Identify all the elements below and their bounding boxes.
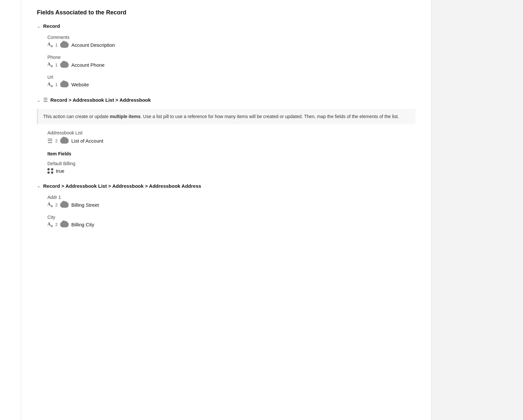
field-value-row-phone: Aa 1 Account Phone — [47, 62, 415, 68]
field-value-text: Website — [71, 82, 89, 87]
type-icon-text: Aa — [47, 82, 53, 88]
field-value-row-comments: Aa 1 Account Description — [47, 42, 415, 48]
group-addressbook-address-label: Record > Addressbook List > Addressbook … — [43, 183, 201, 189]
field-addr1: Addr 1 Aa 2 Billing Street — [47, 195, 415, 208]
group-addressbook-header[interactable]: ⌄ ☰ Record > Addressbook List > Addressb… — [37, 97, 415, 103]
chevron-down-icon: ⌄ — [37, 98, 41, 103]
page-title: Fields Associated to the Record — [37, 9, 415, 16]
stack-icon: ☰ — [43, 97, 48, 103]
salesforce-cloud-icon — [60, 222, 69, 227]
field-label-comments: Comments — [47, 35, 415, 40]
field-comments: Comments Aa 1 Account Description — [47, 35, 415, 48]
salesforce-cloud-icon — [60, 62, 69, 68]
info-box: This action can create or update multipl… — [37, 109, 415, 124]
field-label-url: Url — [47, 75, 415, 80]
field-label-phone: Phone — [47, 55, 415, 60]
info-text-after: . Use a list pill to use a reference for… — [141, 114, 399, 119]
field-value-text: true — [56, 168, 64, 174]
type-icon-text: Aa — [47, 222, 53, 228]
number-badge: 1 — [55, 43, 58, 47]
field-value-text: Billing City — [71, 222, 94, 227]
number-badge: 1 — [55, 82, 58, 87]
item-fields-label: Item Fields — [47, 151, 415, 156]
field-url: Url Aa 1 Website — [47, 75, 415, 88]
type-icon-text: Aa — [47, 62, 53, 68]
info-bold-text: multiple items — [110, 114, 141, 119]
chevron-down-icon: ⌄ — [37, 184, 41, 188]
field-label-city: City — [47, 215, 415, 220]
field-value-text: Account Phone — [71, 62, 105, 68]
field-value-row-addr1: Aa 2 Billing Street — [47, 202, 415, 208]
main-content: Fields Associated to the Record ⌄ Record… — [21, 0, 431, 420]
stack-type-icon: ☰ — [47, 137, 53, 145]
number-badge: 2 — [55, 138, 58, 143]
info-text-before: This action can create or update — [43, 114, 110, 119]
group-record-header[interactable]: ⌄ Record — [37, 23, 415, 29]
field-value-row-url: Aa 1 Website — [47, 82, 415, 88]
type-icon-text: Aa — [47, 202, 53, 208]
salesforce-cloud-icon — [60, 82, 69, 87]
field-label-default-billing: Default Billing — [47, 161, 415, 166]
number-badge: 1 — [55, 62, 58, 67]
left-border — [0, 0, 21, 420]
field-value-text: Account Description — [71, 42, 115, 48]
type-icon-text: Aa — [47, 42, 53, 48]
group-addressbook: ⌄ ☰ Record > Addressbook List > Addressb… — [37, 97, 415, 174]
group-record-label: Record — [43, 23, 60, 29]
field-label-addr1: Addr 1 — [47, 195, 415, 200]
group-addressbook-label: Record > Addressbook List > Addressbook — [50, 97, 151, 103]
group-addressbook-address: ⌄ Record > Addressbook List > Addressboo… — [37, 183, 415, 228]
field-value-row-city: Aa 2 Billing City — [47, 222, 415, 228]
field-value-text: List of Account — [71, 138, 103, 144]
field-value-text: Billing Street — [71, 202, 99, 208]
number-badge: 2 — [55, 222, 58, 227]
field-phone: Phone Aa 1 Account Phone — [47, 55, 415, 68]
group-record: ⌄ Record Comments Aa 1 Account Descripti… — [37, 23, 415, 88]
field-city: City Aa 2 Billing City — [47, 215, 415, 228]
chevron-down-icon: ⌄ — [37, 24, 41, 29]
salesforce-cloud-icon — [60, 42, 69, 48]
field-default-billing: Default Billing true — [47, 161, 415, 174]
salesforce-cloud-icon — [60, 138, 69, 144]
field-addressbook-list: Addressbook List ☰ 2 List of Account — [47, 130, 415, 145]
field-value-row-addressbook-list: ☰ 2 List of Account — [47, 137, 415, 145]
field-label-addressbook-list: Addressbook List — [47, 130, 415, 135]
salesforce-cloud-icon — [60, 202, 69, 208]
field-value-row-default-billing: true — [47, 168, 415, 174]
number-badge: 2 — [55, 202, 58, 207]
group-addressbook-address-header[interactable]: ⌄ Record > Addressbook List > Addressboo… — [37, 183, 415, 189]
right-panel — [431, 0, 523, 420]
dots-type-icon — [47, 168, 53, 174]
